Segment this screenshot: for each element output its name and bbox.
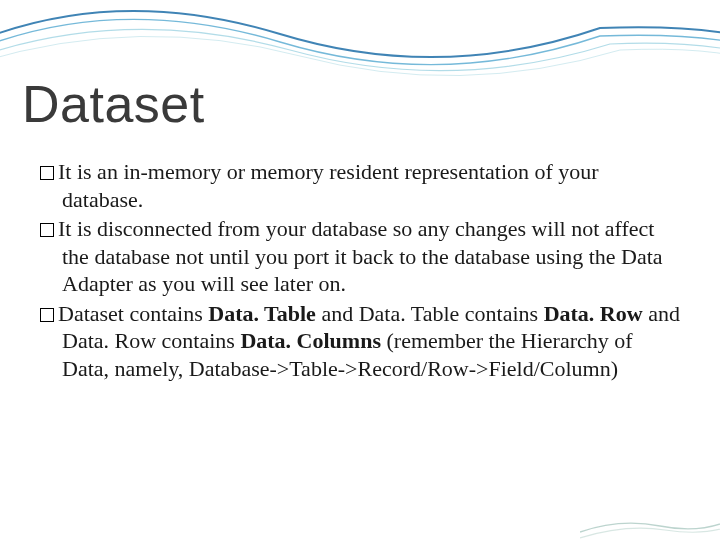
bullet-item: It is an in-memory or memory resident re…	[40, 158, 680, 213]
wave-decoration-bottom	[580, 480, 720, 540]
slide-title: Dataset	[22, 74, 205, 134]
bullet-marker-icon	[40, 308, 54, 322]
bullet-marker-icon	[40, 166, 54, 180]
text-segment: Dataset contains	[58, 301, 208, 326]
text-segment: It is an in-memory or memory resident re…	[58, 159, 599, 212]
slide: Dataset It is an in-memory or memory res…	[0, 0, 720, 540]
text-segment: Data. Row	[544, 301, 643, 326]
wave-decoration-top	[0, 0, 720, 80]
text-segment: Data. Columns	[240, 328, 381, 353]
text-segment: It is disconnected from your database so…	[58, 216, 663, 296]
text-segment: Data. Table	[208, 301, 316, 326]
bullet-item: Dataset contains Data. Table and Data. T…	[40, 300, 680, 383]
text-segment: and Data. Table contains	[316, 301, 544, 326]
bullet-item: It is disconnected from your database so…	[40, 215, 680, 298]
slide-body: It is an in-memory or memory resident re…	[40, 158, 680, 384]
bullet-marker-icon	[40, 223, 54, 237]
